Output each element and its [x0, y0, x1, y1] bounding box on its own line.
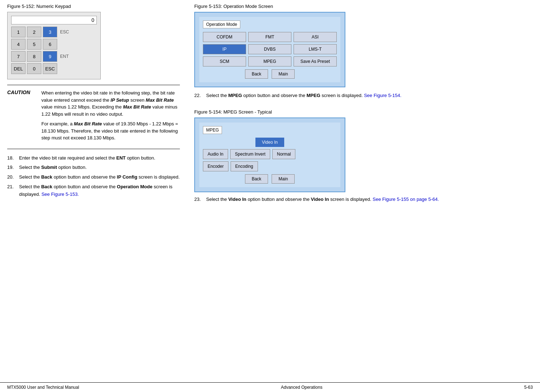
- see-figure-153-link[interactable]: See Figure 5-153.: [41, 192, 79, 197]
- step-23-text: Select the Video In option button and ob…: [206, 197, 533, 202]
- mpeg-nav-row: Back Main: [203, 174, 337, 184]
- caution-bold-max-bit-rate-2: Max Bit Rate: [123, 104, 151, 110]
- op-mode-inner: Operation Mode COFDM FMT ASI IP DVBS LMS…: [199, 17, 340, 82]
- step-22-section: 22. Select the MPEG option button and ob…: [194, 93, 533, 100]
- step-18-text: Enter the video bit rate required and se…: [19, 155, 180, 162]
- op-btn-asi[interactable]: ASI: [294, 32, 337, 42]
- keypad-btn-del[interactable]: DEL: [11, 63, 26, 74]
- mpeg-mid-row: Audio In Spectrum Invert Normal: [203, 149, 337, 159]
- keypad-esc-label: ESC: [60, 29, 69, 34]
- mpeg-back-button[interactable]: Back: [245, 174, 268, 184]
- step-21-text: Select the Back option button and observ…: [19, 183, 180, 198]
- op-btn-mpeg[interactable]: MPEG: [248, 56, 291, 66]
- caution-block: CAUTION When entering the video bit rate…: [7, 85, 180, 149]
- keypad-figure: 0 1 2 3 ESC 4 5 6 7 8 9: [7, 12, 101, 79]
- step-20-num: 20.: [7, 174, 16, 181]
- caution-bold-ip-setup: IP Setup: [110, 97, 129, 103]
- mpeg-label: MPEG: [203, 126, 222, 134]
- step-21-num: 21.: [7, 183, 16, 198]
- footer-left: MTX5000 User and Technical Manual: [7, 385, 79, 390]
- op-btn-save-preset[interactable]: Save As Preset: [294, 56, 337, 66]
- step-19-num: 19.: [7, 164, 16, 171]
- keypad-btn-2[interactable]: 2: [27, 27, 41, 37]
- step-19: 19. Select the Submit option button.: [7, 164, 180, 171]
- caution-label: CAUTION: [7, 89, 36, 144]
- keypad-btn-0[interactable]: 0: [27, 63, 41, 74]
- op-mode-label: Operation Mode: [203, 20, 240, 28]
- op-back-button[interactable]: Back: [245, 69, 268, 79]
- op-btn-ip[interactable]: IP: [203, 44, 246, 54]
- op-btn-scm[interactable]: SCM: [203, 56, 246, 66]
- keypad-row-2: 4 5 6: [11, 39, 97, 50]
- keypad-row-3: 7 8 9 ENT: [11, 51, 97, 62]
- mpeg-audio-in-button[interactable]: Audio In: [203, 149, 228, 159]
- caution-para1: When entering the video bit rate in the …: [41, 89, 180, 117]
- keypad-btn-6[interactable]: 6: [43, 39, 57, 50]
- figure-154-section: Figure 5-154: MPEG Screen - Typical MPEG…: [194, 109, 533, 204]
- caution-bold-max-bit-rate-1: Max Bit Rate: [146, 97, 174, 103]
- figure-153-title: Figure 5-153: Operation Mode Screen: [194, 4, 533, 9]
- op-nav-row: Back Main: [203, 69, 337, 79]
- step-20-text: Select the Back option button and observ…: [19, 174, 180, 181]
- op-btn-cofdm[interactable]: COFDM: [203, 32, 246, 42]
- op-btn-lmst[interactable]: LMS-T: [294, 44, 337, 54]
- keypad-btn-esc2[interactable]: ESC: [43, 63, 57, 74]
- op-btn-fmt[interactable]: FMT: [248, 32, 291, 42]
- footer-center: Advanced Operations: [281, 385, 322, 390]
- keypad-row-4: DEL 0 ESC: [11, 63, 97, 74]
- step-19-text: Select the Submit option button.: [19, 164, 180, 171]
- op-main-button[interactable]: Main: [272, 69, 295, 79]
- op-mode-grid: COFDM FMT ASI IP DVBS LMS-T SCM MPEG Sav…: [203, 32, 337, 66]
- keypad-btn-7[interactable]: 7: [11, 51, 26, 62]
- keypad-display: 0: [11, 16, 97, 24]
- footer-right: 5-63: [524, 385, 533, 390]
- mpeg-video-row: Video In: [203, 138, 337, 147]
- figure-152-title: Figure 5-152: Numeric Keypad: [7, 4, 180, 9]
- keypad-row-1: 1 2 3 ESC: [11, 27, 97, 37]
- step-22-num: 22.: [194, 93, 203, 98]
- step-18: 18. Enter the video bit rate required an…: [7, 155, 180, 162]
- mpeg-normal-button[interactable]: Normal: [272, 149, 296, 159]
- step-21: 21. Select the Back option button and ob…: [7, 183, 180, 198]
- mpeg-spectrum-invert-button[interactable]: Spectrum Invert: [230, 149, 270, 159]
- steps-section: 18. Enter the video bit rate required an…: [7, 155, 180, 198]
- mpeg-video-in-button[interactable]: Video In: [255, 138, 284, 147]
- keypad-ent-label: ENT: [60, 54, 69, 59]
- footer-bar: MTX5000 User and Technical Manual Advanc…: [0, 382, 540, 392]
- mpeg-inner: MPEG Video In Audio In Spectrum Invert N…: [199, 123, 340, 187]
- step-20: 20. Select the Back option button and ob…: [7, 174, 180, 181]
- keypad-btn-8[interactable]: 8: [27, 51, 41, 62]
- keypad-btn-3-esc[interactable]: 3: [43, 27, 57, 37]
- op-btn-dvbs[interactable]: DVBS: [248, 44, 291, 54]
- caution-bold-max-bit-rate-3: Max Bit Rate: [74, 121, 102, 126]
- caution-para2: For example, a Max Bit Rate value of 19.…: [41, 120, 180, 142]
- mpeg-encoder-button[interactable]: Encoder: [203, 161, 228, 171]
- keypad-btn-9-ent[interactable]: 9: [43, 51, 57, 62]
- step-22-text: Select the MPEG option button and observ…: [206, 93, 533, 98]
- see-figure-154-link[interactable]: See Figure 5-154.: [364, 93, 401, 98]
- mpeg-encoding-button[interactable]: Encoding: [231, 161, 258, 171]
- step-23: 23. Select the Video In option button an…: [194, 197, 533, 202]
- see-figure-155-link[interactable]: See Figure 5-155 on page 5-64.: [373, 197, 439, 202]
- mpeg-bottom-row: Encoder Encoding: [203, 161, 337, 171]
- step-23-num: 23.: [194, 197, 203, 202]
- keypad-btn-5[interactable]: 5: [27, 39, 41, 50]
- figure-154-title: Figure 5-154: MPEG Screen - Typical: [194, 109, 533, 115]
- mpeg-main-button[interactable]: Main: [272, 174, 295, 184]
- step-18-num: 18.: [7, 155, 16, 162]
- step-22: 22. Select the MPEG option button and ob…: [194, 93, 533, 98]
- keypad-btn-4[interactable]: 4: [11, 39, 26, 50]
- caution-text: When entering the video bit rate in the …: [41, 89, 180, 144]
- keypad-btn-1[interactable]: 1: [11, 27, 26, 37]
- mpeg-figure: MPEG Video In Audio In Spectrum Invert N…: [194, 117, 345, 192]
- operation-mode-figure: Operation Mode COFDM FMT ASI IP DVBS LMS…: [194, 12, 345, 87]
